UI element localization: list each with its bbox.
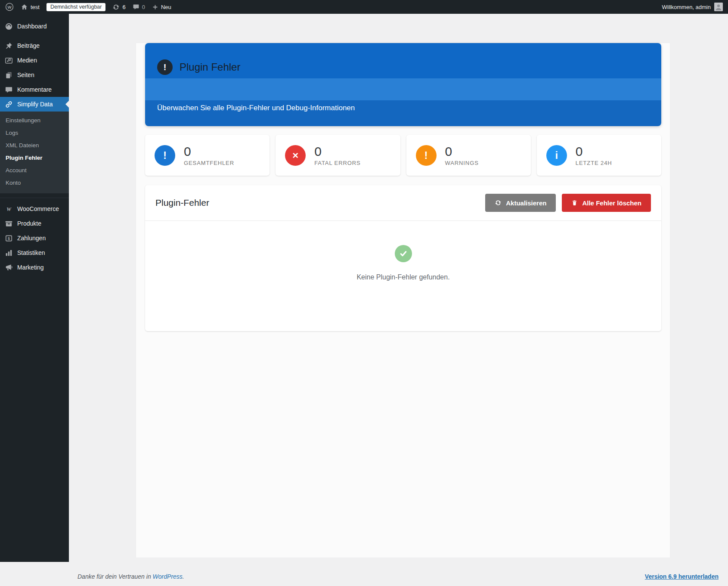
page-subtitle: Überwachen Sie alle Plugin-Fehler und De… [157,104,649,112]
sidebar-item-beitraege[interactable]: Beiträge [0,38,69,53]
sidebar-item-simplify-data[interactable]: Simplify Data [0,97,69,112]
footer-thanks-text: Danke für dein Vertrauen in WordPress. [77,573,184,580]
comments-count: 0 [142,4,145,10]
sidebar-item-label: Statistiken [17,249,45,256]
refresh-icon [495,199,502,206]
stat-label: GESAMTFEHLER [184,160,234,166]
stat-value: 0 [314,144,360,158]
sidebar-item-label: Dashboard [17,23,47,30]
stat-card-last-24h: i 0 LETZTE 24H [537,135,661,176]
stat-label: WARNINGS [445,160,479,166]
page-title: Plugin Fehler [180,61,240,73]
sidebar-item-seiten[interactable]: Seiten [0,68,69,82]
pin-icon [4,42,13,50]
submenu-item-xml-dateien[interactable]: XML Dateien [0,139,69,152]
alert-circle-icon: ! [155,145,175,166]
pages-icon [4,71,13,79]
thanks-prefix: Danke für dein Vertrauen in [77,573,151,580]
thanks-period: . [183,573,184,580]
sidebar-item-produkte[interactable]: Produkte [0,216,69,231]
simplify-data-submenu: Einstellungen Logs XML Dateien Plugin Fe… [0,112,69,193]
empty-state: Keine Plugin-Fehler gefunden. [145,221,661,281]
sidebar-item-label: WooCommerce [17,205,59,212]
sidebar-item-kommentare[interactable]: Kommentare [0,82,69,97]
comment-icon [4,86,13,94]
svg-text:W: W [6,206,12,212]
submenu-item-konto[interactable]: Konto [0,177,69,189]
sidebar-item-marketing[interactable]: Marketing [0,260,69,275]
site-menu[interactable]: test [21,3,40,11]
submenu-item-account[interactable]: Account [0,164,69,177]
updates-count: 6 [122,4,125,10]
version-download-link[interactable]: Version 6.9 herunterladen [645,573,719,580]
new-content-menu[interactable]: Neu [152,4,171,10]
woocommerce-icon: W [4,205,13,213]
wordpress-link[interactable]: WordPress [153,573,183,580]
clear-all-errors-button[interactable]: Alle Fehler löschen [562,194,651,212]
sidebar-item-dashboard[interactable]: Dashboard [0,19,69,34]
dashboard-icon [4,22,13,31]
sidebar-lower-group: W WooCommerce Produkte $ Zahlungen [0,198,69,275]
sidebar-item-label: Beiträge [17,42,40,49]
warning-circle-icon: ! [416,145,437,166]
admin-sidebar: Dashboard Beiträge Medien Seiten Komment [0,14,69,562]
sidebar-item-label: Medien [17,57,37,64]
box-icon [4,220,13,228]
sidebar-item-zahlungen[interactable]: $ Zahlungen [0,231,69,245]
stat-label: LETZTE 24H [576,160,612,166]
stats-row: ! 0 GESAMTFEHLER × 0 FATAL ERRORS ! [145,135,661,176]
link-icon [4,100,13,109]
site-name: test [31,4,40,10]
sidebar-item-label: Produkte [17,220,41,227]
sidebar-item-medien[interactable]: Medien [0,53,69,68]
home-icon [21,3,28,11]
updates-indicator[interactable]: 6 [112,3,125,11]
alert-circle-icon: ! [157,59,173,75]
media-icon [4,56,13,65]
admin-bar: W test Demnächst verfügbar 6 0 Neu Willk… [0,0,728,14]
submenu-item-logs[interactable]: Logs [0,127,69,139]
update-icon [112,3,120,11]
stat-card-warnings: ! 0 WARNINGS [406,135,531,176]
sidebar-item-label: Seiten [17,71,34,78]
check-circle-icon [395,245,412,262]
refresh-button[interactable]: Aktualisieren [485,194,556,212]
section-title: Plugin-Fehler [155,198,209,208]
submenu-item-einstellungen[interactable]: Einstellungen [0,114,69,127]
sidebar-item-statistiken[interactable]: Statistiken [0,245,69,260]
empty-message: Keine Plugin-Fehler gefunden. [145,273,661,281]
stat-value: 0 [576,144,612,158]
admin-footer: Danke für dein Vertrauen in WordPress. V… [77,573,719,580]
bar-chart-icon [4,249,13,257]
submenu-item-plugin-fehler[interactable]: Plugin Fehler [0,152,69,164]
comment-bubble-icon [133,3,139,10]
stat-label: FATAL ERRORS [314,160,360,166]
svg-text:W: W [8,5,12,9]
sidebar-item-label: Simplify Data [17,101,53,108]
info-circle-icon: i [546,145,567,166]
plugin-errors-page: ! Plugin Fehler Überwachen Sie alle Plug… [136,43,670,558]
refresh-button-label: Aktualisieren [506,199,546,207]
stat-value: 0 [445,144,479,158]
megaphone-icon [4,264,13,272]
comments-indicator[interactable]: 0 [133,3,145,10]
hero-banner: ! Plugin Fehler Überwachen Sie alle Plug… [145,43,661,126]
x-circle-icon: × [285,145,306,166]
avatar[interactable] [714,3,723,11]
stat-card-total-errors: ! 0 GESAMTFEHLER [145,135,270,176]
errors-list-card: Plugin-Fehler Aktualisieren Alle Fehler … [145,185,661,331]
trash-icon [571,199,578,206]
payments-icon: $ [4,234,13,242]
clear-button-label: Alle Fehler löschen [582,199,641,207]
coming-soon-badge[interactable]: Demnächst verfügbar [46,3,106,11]
sidebar-item-woocommerce[interactable]: W WooCommerce [0,202,69,216]
sidebar-item-label: Kommentare [17,86,52,93]
welcome-text[interactable]: Willkommen, admin [662,4,711,10]
stat-value: 0 [184,144,234,158]
sidebar-item-label: Marketing [17,264,43,271]
main-content: ! Plugin Fehler Überwachen Sie alle Plug… [69,14,728,562]
wordpress-logo-icon[interactable]: W [5,3,14,11]
svg-text:$: $ [7,236,9,240]
plus-icon [152,4,158,10]
new-label: Neu [161,4,171,10]
